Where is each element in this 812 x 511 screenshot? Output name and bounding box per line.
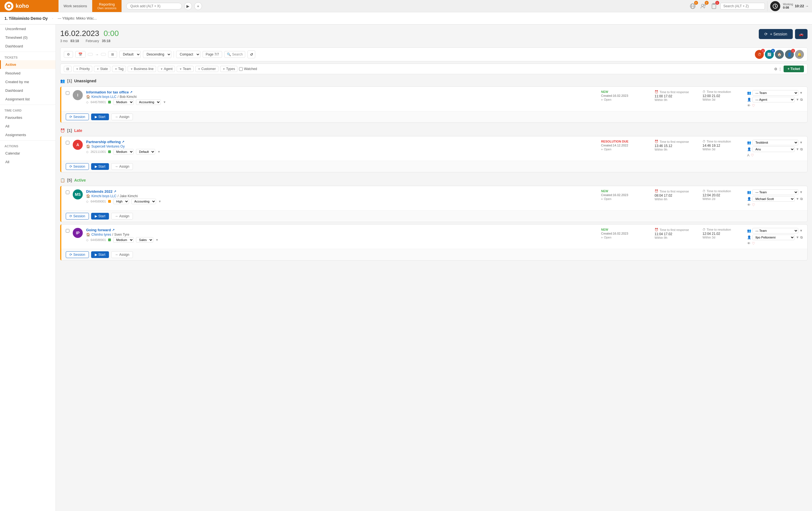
start-button[interactable]: ▶ Start — [91, 251, 109, 258]
sidebar-item-timesheet[interactable]: Timesheet (0) — [0, 33, 55, 42]
sidebar-item-active[interactable]: Active — [0, 60, 55, 69]
global-search-input[interactable] — [720, 3, 765, 9]
heart-icon[interactable]: ♡ — [752, 104, 755, 108]
sort-default-select[interactable]: Default — [119, 51, 141, 58]
ticket-checkbox[interactable] — [66, 141, 69, 144]
team-collapse[interactable]: ▼ — [800, 229, 803, 233]
clipboard-icon-btn[interactable]: 1 — [710, 2, 718, 10]
business-line-filter[interactable]: ▼ Business line — [127, 66, 156, 72]
sort-direction-select[interactable]: Descending — [143, 51, 171, 58]
globe-icon-btn[interactable]: 0 — [689, 2, 697, 10]
ticket-checkbox[interactable] — [66, 91, 69, 95]
agent-filter[interactable]: ▼ Agent — [158, 66, 175, 72]
sidebar-item-dashboard[interactable]: Dashboard — [0, 42, 55, 51]
priority-select[interactable]: Medium — [113, 99, 134, 105]
agent-select[interactable]: Anu — [752, 146, 795, 152]
state-filter[interactable]: ▼ State — [94, 66, 110, 72]
customer-filter[interactable]: ▼ Customer — [195, 66, 219, 72]
home-toolbar-icon[interactable]: 🏠 — [775, 50, 784, 59]
team-filter[interactable]: ▼ Team — [177, 66, 193, 72]
user-toolbar-icon[interactable]: 👤 1 — [785, 50, 794, 59]
assign-button[interactable]: → Assign — [111, 163, 133, 170]
sidebar-item-resolved[interactable]: Resolved — [0, 69, 55, 78]
company-link[interactable]: Kimchi boys LLC — [91, 95, 116, 99]
heart-icon[interactable]: ♡ — [752, 203, 755, 207]
assign-button[interactable]: → Assign — [111, 251, 133, 258]
ticket-checkbox[interactable] — [66, 229, 69, 233]
team-select[interactable]: Testitiimit — [752, 140, 799, 145]
play-button[interactable]: ▶ — [184, 2, 192, 10]
calendar-picker-button[interactable]: 📅 — [75, 51, 86, 58]
agent-collapse[interactable]: ▼ — [796, 197, 799, 201]
company-link[interactable]: Kimchi boys LLC — [91, 194, 116, 198]
team-collapse[interactable]: ▼ — [800, 190, 803, 194]
heart-icon[interactable]: ♡ — [752, 241, 755, 245]
priority-select[interactable]: Medium — [113, 149, 134, 155]
start-button[interactable]: ▶ Start — [91, 163, 109, 170]
agent-collapse[interactable]: ▼ — [796, 235, 799, 239]
filter-icon-button[interactable]: ⊟ — [64, 66, 71, 72]
add-button[interactable]: + — [194, 2, 202, 10]
quick-add-input[interactable] — [126, 3, 182, 9]
settings-dots[interactable]: ⚙ ⋮ — [774, 67, 782, 71]
company-link[interactable]: Supercell Ventures Oy — [91, 144, 124, 149]
timer-toolbar-icon[interactable]: ⏱ 1 — [755, 50, 764, 59]
sidebar-item-favourites[interactable]: Favourites — [0, 113, 55, 122]
start-button[interactable]: ▶ Start — [91, 213, 109, 219]
add-session-button[interactable]: ⟳ + Session — [759, 29, 793, 39]
priority-filter[interactable]: ▼ Priority — [73, 66, 92, 72]
assign-button[interactable]: → Assign — [111, 213, 133, 219]
eye-icon[interactable]: 👁 — [747, 104, 751, 108]
sidebar-item-all[interactable]: All — [0, 122, 55, 131]
department-select[interactable]: Accounting — [136, 99, 161, 105]
company-breadcrumb[interactable]: 1. Tilitoimisto Demo Oy — [4, 16, 48, 21]
agent-select[interactable]: Michael Scott — [752, 196, 795, 202]
priority-select[interactable]: Medium — [113, 237, 134, 243]
ticket-title[interactable]: Dividends 2022 ↗ — [86, 189, 598, 194]
eye-icon[interactable]: 👁 — [747, 203, 751, 207]
users-icon-btn[interactable]: 0 — [699, 2, 707, 10]
user-breadcrumb[interactable]: --- Ylläpito: Mikko Wäc... — [58, 16, 97, 20]
session-button[interactable]: ⟳ Session — [66, 163, 89, 170]
copy-icon[interactable]: ⧉ — [800, 235, 803, 239]
refresh-button[interactable]: ↺ — [248, 51, 255, 58]
view-compact-select[interactable]: Compact — [176, 51, 200, 58]
sidebar-item-assignments[interactable]: Assignments — [0, 131, 55, 139]
ticket-title[interactable]: Partnership offering ↗ — [86, 140, 598, 144]
ticket-title[interactable]: Going forward ↗ — [86, 228, 598, 232]
copy-icon[interactable]: ⧉ — [800, 147, 803, 151]
team-collapse[interactable]: ▼ — [800, 141, 803, 144]
company-link[interactable]: Chimho tyres — [91, 233, 111, 237]
session-button[interactable]: ⟳ Session — [66, 213, 89, 219]
sidebar-item-assignment-list[interactable]: Assignment list — [0, 95, 55, 104]
watched-checkbox[interactable] — [239, 67, 243, 71]
sidebar-item-dashboard2[interactable]: Dashboard — [0, 86, 55, 95]
start-button[interactable]: ▶ Start — [91, 113, 109, 120]
search-button[interactable]: 🔍 Search — [224, 51, 245, 58]
team-collapse[interactable]: ▼ — [800, 91, 803, 95]
sidebar-item-created-by-me[interactable]: Created by me — [0, 78, 55, 86]
sidebar-item-calendar[interactable]: Calendar — [0, 149, 55, 158]
tag-filter[interactable]: ▼ Tag — [112, 66, 126, 72]
priority-select[interactable]: High — [113, 198, 129, 204]
eye-icon[interactable]: 👁 — [747, 241, 751, 245]
bell-toolbar-icon[interactable]: 🔔 — [795, 50, 804, 59]
agent-select[interactable]: Ilpo Peltoniemi — [752, 235, 795, 240]
team-select[interactable]: --- Team — [752, 189, 799, 195]
sync-toolbar-icon[interactable]: 🔄 5 — [765, 50, 774, 59]
department-select[interactable]: Accounting — [131, 198, 156, 204]
eye-icon[interactable]: A — [747, 153, 750, 157]
session-button[interactable]: ⟳ Session — [66, 251, 89, 258]
team-select[interactable]: --- Team — [752, 90, 799, 96]
agent-collapse[interactable]: ▼ — [796, 147, 799, 151]
copy-icon[interactable]: ⧉ — [800, 197, 803, 201]
ticket-checkbox[interactable] — [66, 190, 69, 194]
agent-collapse[interactable]: ▼ — [796, 98, 799, 102]
department-select[interactable]: Default — [136, 149, 155, 155]
types-filter[interactable]: ▼ Types — [220, 66, 238, 72]
copy-icon[interactable]: ⧉ — [800, 98, 803, 102]
filter-button[interactable]: ⊞ — [108, 51, 117, 58]
team-select[interactable]: --- Team — [752, 228, 799, 234]
tab-reporting[interactable]: Reporting Own sessions — [92, 0, 121, 12]
agent-select[interactable]: --- Agent — [752, 97, 795, 102]
